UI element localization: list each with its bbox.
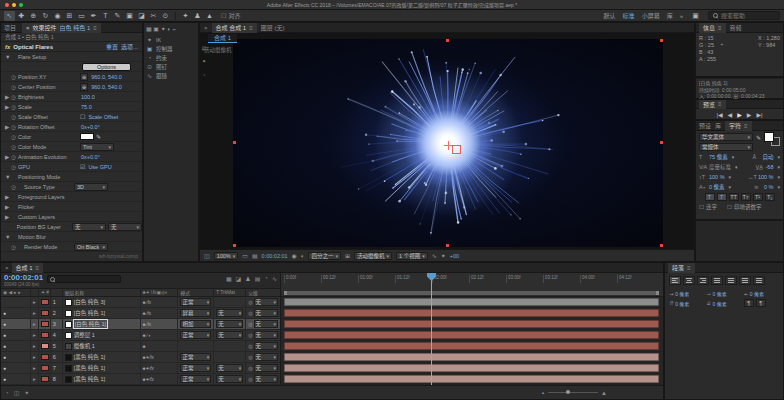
eye-icon[interactable]: ●	[3, 332, 6, 338]
options-button[interactable]: Options	[82, 63, 131, 71]
indent-left-field[interactable]: ⇥0 像素	[669, 290, 704, 297]
layer-row[interactable]: ▸ 1 [白色 纯色 3] ♣ ∕fx 正常▾	[1, 297, 280, 308]
stopwatch-icon[interactable]: ◷	[11, 94, 18, 100]
workspace-tab-standard[interactable]: 标准	[623, 11, 635, 20]
layer-switches[interactable]: ♣ ∕fx	[143, 322, 152, 327]
stopwatch-icon[interactable]: ◷	[11, 114, 18, 120]
pickwhip-icon[interactable]: ◎	[248, 343, 252, 349]
panel-menu-icon[interactable]: ≡	[93, 25, 97, 31]
tab-libraries[interactable]: 库	[715, 121, 721, 130]
dock-item[interactable]: ⊙ 图钉	[146, 62, 196, 71]
tab-composition[interactable]: 合成 合成 1 ≡	[212, 23, 257, 33]
blend-mode-dropdown[interactable]: 相加▾	[180, 320, 211, 328]
timeline-zoom-slider[interactable]: ▲ ▲	[541, 390, 607, 396]
hindi-digits-checkbox[interactable]: ☐ 印地语数字	[727, 203, 761, 211]
tool-button-icon[interactable]: ⊕	[28, 11, 39, 21]
layer-switches[interactable]: ♣✦∕fx	[143, 366, 154, 371]
layer-track-row[interactable]	[281, 308, 663, 319]
tab-info[interactable]: 信息≡	[699, 23, 726, 33]
effect-property-row[interactable]: ◷ Color Mode Tint▾ ▾ ✎	[1, 142, 142, 152]
effect-property-row[interactable]: ▶ ◷ Animation Evolution 0x+0.0° ▾ ▾ ✎	[1, 152, 142, 162]
eye-icon[interactable]: ●	[3, 354, 6, 360]
tab-paragraph[interactable]: 段落≡	[668, 263, 695, 273]
effect-property-row[interactable]: ◷ Scale Offset ☐ Scale Offset ▾ ▾ ✎	[1, 112, 142, 122]
faux-bold-toggle[interactable]: T	[705, 193, 715, 201]
composition-viewport[interactable]: ▤ ✦ ◔	[200, 33, 694, 250]
layer-row[interactable]: ● ▸ 4 调整层 1 ♣ ∕ ◐ 正常▾	[1, 330, 280, 341]
effect-property-row[interactable]: ▼ Flare Setup ▾ ▾ ✎	[1, 52, 142, 62]
always-preview-icon[interactable]: ◫	[204, 252, 210, 259]
property-value[interactable]: 0x+0.0°	[81, 124, 100, 130]
active-camera-label[interactable]: 活动摄像机	[204, 46, 232, 54]
baseline-shift-value[interactable]: 0 像素	[709, 183, 725, 191]
frame-blending-icon[interactable]: ▤	[255, 275, 261, 282]
label-color-chip[interactable]	[41, 332, 49, 338]
stopwatch-icon[interactable]: ◷	[11, 134, 18, 140]
fast-preview-icon[interactable]: ✦	[441, 252, 446, 259]
layer-handle[interactable]	[660, 244, 663, 247]
layer-track-row[interactable]	[281, 363, 663, 374]
tab-timeline-comp[interactable]: 合成 1 ≡	[12, 263, 44, 273]
effect-property-row[interactable]: ▶ Flicker ▾ ▾ ✎	[1, 202, 142, 212]
parent-dropdown[interactable]: 无▾	[254, 320, 279, 328]
parent-dropdown[interactable]: 无▾	[254, 353, 279, 361]
label-color-chip[interactable]	[41, 343, 49, 349]
parent-dropdown[interactable]: 无▾	[254, 309, 279, 317]
workspace-tab-default[interactable]: 默认	[604, 11, 616, 20]
effect-property-row[interactable]: ◷ Center Position ⊕ 960.0, 540.0 ▾ ▾ ✎	[1, 82, 142, 92]
tool-button-icon[interactable]: ↖	[4, 11, 15, 21]
property-value[interactable]: Use GPU	[88, 164, 111, 170]
snapshot-icon[interactable]: ◉	[292, 252, 297, 259]
show-channel-icon[interactable]: ◐	[301, 253, 305, 259]
layer-handle[interactable]	[446, 39, 449, 42]
region-of-interest-icon[interactable]: ▭	[242, 252, 248, 259]
justify-last-center-button[interactable]	[725, 276, 737, 285]
layer-duration-bar[interactable]	[284, 353, 659, 361]
effect-property-row[interactable]: ▶ ◷ Brightness 100.0 ▾ ▾ ✎	[1, 92, 142, 102]
layer-duration-bar[interactable]	[284, 331, 659, 339]
eye-icon[interactable]: ●	[3, 321, 6, 327]
parent-dropdown[interactable]: 无▾	[254, 342, 279, 350]
track-matte-dropdown[interactable]: 无▾	[216, 309, 243, 317]
layer-name[interactable]: 摄像机 1	[74, 342, 95, 350]
snap-checkbox[interactable]: ☐	[221, 12, 226, 19]
pickwhip-icon[interactable]: ◎	[248, 299, 252, 305]
magnification-dropdown[interactable]: 100%▾	[214, 252, 239, 260]
tab-layer-viewer[interactable]: 图层 (无)	[261, 23, 285, 32]
tool-button-icon[interactable]: ◪	[136, 11, 147, 21]
effect-property-row[interactable]: ◷ Position XY ⊕ 960.0, 540.0 ▾ ▾ ✎	[1, 72, 142, 82]
timeline-track-area[interactable]: 0:00f00:12f01:00f01:12f02:00f02:12f03:00…	[281, 273, 663, 385]
axis-mode-icon[interactable]: ♟	[192, 11, 203, 21]
indent-right-field[interactable]: ⇤0 像素	[744, 290, 779, 297]
label-color-chip[interactable]	[41, 365, 49, 371]
eye-icon[interactable]: ●	[3, 310, 6, 316]
parent-dropdown[interactable]: 无▾	[254, 331, 279, 339]
motion-blur-icon[interactable]: ◔	[264, 275, 268, 282]
timeline-search-input[interactable]	[47, 275, 121, 283]
tool-button-icon[interactable]: ✂	[148, 11, 159, 21]
layer-duration-bar[interactable]	[284, 342, 659, 350]
tab-project[interactable]: 项目	[4, 23, 16, 32]
property-value[interactable]: 960.0, 540.0	[91, 84, 122, 90]
justify-last-left-button[interactable]	[711, 276, 723, 285]
workspace-tab-libraries[interactable]: 库	[667, 11, 673, 20]
tool-button-icon[interactable]: ✚	[16, 11, 27, 21]
stopwatch-icon[interactable]: ◷	[11, 144, 18, 150]
expander-arrow-icon[interactable]: ▶	[5, 194, 11, 200]
axis-mode-icon[interactable]: ✦	[180, 11, 191, 21]
panel-menu-icon[interactable]: ≡	[249, 25, 253, 31]
layer-duration-bar[interactable]	[284, 364, 659, 372]
layer-track-row[interactable]	[281, 319, 663, 330]
layer-track-row[interactable]	[281, 297, 663, 308]
stopwatch-icon[interactable]: ◷	[11, 164, 18, 170]
layer-handle[interactable]	[233, 141, 236, 144]
close-icon[interactable]: ×	[5, 265, 9, 271]
property-value[interactable]: 0x+0.0°	[81, 154, 100, 160]
composition-mini-flowchart-icon[interactable]: ▦	[226, 275, 232, 282]
play-button[interactable]: ▶	[737, 111, 742, 118]
work-area-bar[interactable]	[284, 291, 659, 295]
camera-view-dropdown[interactable]: 活动摄像机▾	[354, 252, 392, 260]
layer-row[interactable]: ● ▸ 7 [黑色 纯色 1] ♣✦∕fx 正常▾	[1, 363, 280, 374]
effect-property-row[interactable]: ◷ Render Mode On Black▾ ▾ ✎	[1, 242, 142, 252]
layer-track-row[interactable]	[281, 341, 663, 352]
